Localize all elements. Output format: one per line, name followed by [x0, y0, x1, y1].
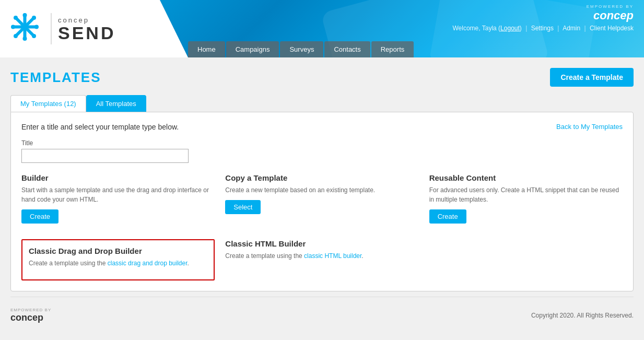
- tabs: My Templates (12) All Templates: [10, 95, 634, 112]
- builder-create-button[interactable]: Create: [21, 209, 58, 224]
- page-title: TEMPLATES: [10, 69, 101, 86]
- svg-point-10: [32, 16, 36, 20]
- logo-send-text: SEND: [58, 24, 115, 42]
- create-template-button[interactable]: Create a Template: [550, 68, 634, 87]
- classic-html-title: Classic HTML Builder: [225, 239, 418, 248]
- header-links: Welcome, Tayla (Logout) | Settings | Adm…: [453, 25, 634, 32]
- settings-link[interactable]: Settings: [531, 25, 554, 32]
- builder-desc: Start with a sample template and use the…: [21, 185, 215, 204]
- copy-template-select-button[interactable]: Select: [225, 200, 261, 214]
- reusable-content-desc: For advanced users only. Create a HTML s…: [429, 185, 623, 204]
- classic-dnd-link[interactable]: classic drag and drop builder: [108, 260, 188, 267]
- svg-point-5: [23, 37, 27, 41]
- options-row2: Classic Drag and Drop Builder Create a t…: [21, 234, 623, 280]
- logout-link[interactable]: Logout: [500, 25, 520, 32]
- header: concep SEND EMPOWERED BY concep Welcome,…: [0, 0, 644, 57]
- classic-html-option: Classic HTML Builder Create a template u…: [225, 239, 418, 280]
- empty-option: [429, 239, 623, 280]
- admin-link[interactable]: Admin: [563, 25, 580, 32]
- nav-campaigns[interactable]: Campaigns: [226, 41, 279, 57]
- nav-reports[interactable]: Reports: [371, 41, 414, 57]
- footer-copyright: Copyright 2020. All Rights Reserved.: [531, 312, 634, 319]
- nav-home[interactable]: Home: [188, 41, 225, 57]
- footer-brand: concep: [10, 312, 51, 323]
- classic-dnd-desc: Create a template using the classic drag…: [29, 259, 207, 268]
- svg-point-4: [23, 13, 27, 17]
- logo-area: concep SEND: [0, 0, 188, 57]
- main-nav: Home Campaigns Surveys Contacts Reports: [188, 41, 414, 57]
- title-field-group: Title: [21, 139, 623, 163]
- svg-point-7: [34, 25, 39, 29]
- builder-option: Builder Start with a sample template and…: [21, 173, 215, 224]
- back-to-templates-link[interactable]: Back to My Templates: [556, 123, 623, 131]
- header-top-right: EMPOWERED BY concep Welcome, Tayla (Logo…: [453, 4, 634, 32]
- classic-html-desc: Create a template using the classic HTML…: [225, 251, 418, 261]
- form-header: Enter a title and select your template t…: [21, 123, 623, 131]
- tab-all-templates[interactable]: All Templates: [86, 95, 146, 112]
- reusable-content-create-button[interactable]: Create: [429, 209, 466, 224]
- nav-contacts[interactable]: Contacts: [324, 41, 370, 57]
- copy-template-desc: Create a new template based on an existi…: [225, 185, 418, 195]
- brand-label: concep: [587, 9, 634, 22]
- classic-dnd-option: Classic Drag and Drop Builder Create a t…: [21, 239, 215, 280]
- main-content: TEMPLATES Create a Template My Templates…: [0, 57, 644, 297]
- logo-icon: [10, 13, 39, 45]
- svg-point-8: [14, 16, 18, 20]
- template-form-area: Enter a title and select your template t…: [10, 112, 634, 291]
- footer: EMPOWERED BY concep Copyright 2020. All …: [0, 302, 644, 329]
- welcome-text: Welcome, Tayla: [453, 25, 497, 32]
- reusable-content-option: Reusable Content For advanced users only…: [429, 173, 623, 224]
- form-description: Enter a title and select your template t…: [21, 123, 179, 131]
- copy-template-title: Copy a Template: [225, 173, 418, 182]
- options-grid: Builder Start with a sample template and…: [21, 173, 623, 224]
- title-label: Title: [21, 139, 623, 147]
- reusable-content-title: Reusable Content: [429, 173, 623, 182]
- svg-point-9: [32, 34, 36, 38]
- tab-my-templates[interactable]: My Templates (12): [10, 95, 86, 112]
- svg-point-6: [11, 25, 15, 29]
- page-header: TEMPLATES Create a Template: [10, 68, 634, 87]
- builder-title: Builder: [21, 173, 215, 182]
- helpdesk-link[interactable]: Client Helpdesk: [590, 25, 634, 32]
- footer-empowered-by: EMPOWERED BY: [10, 308, 51, 312]
- empowered-by-label: EMPOWERED BY: [587, 4, 634, 9]
- nav-surveys[interactable]: Surveys: [280, 41, 323, 57]
- footer-logo: EMPOWERED BY concep: [10, 308, 51, 323]
- footer-divider: [10, 297, 634, 297]
- classic-html-link[interactable]: classic HTML builder: [304, 252, 361, 260]
- title-input[interactable]: [21, 149, 189, 163]
- copy-template-option: Copy a Template Create a new template ba…: [225, 173, 418, 224]
- classic-dnd-title: Classic Drag and Drop Builder: [29, 247, 207, 255]
- svg-point-11: [14, 34, 18, 38]
